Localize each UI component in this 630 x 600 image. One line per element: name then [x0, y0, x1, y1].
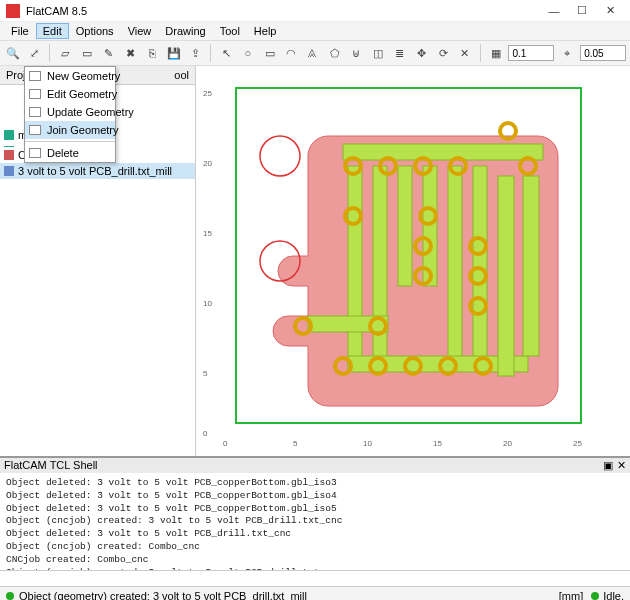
geometry-icon	[4, 130, 14, 140]
minimize-button[interactable]: —	[540, 2, 568, 20]
svg-rect-0	[348, 166, 362, 366]
pcb-plot: 0 5 10 15 20 25 25 20 15 10 5 0	[196, 66, 630, 456]
y-tick: 20	[203, 159, 212, 168]
menu-join-geometry[interactable]: Join Geometry	[25, 121, 115, 139]
svg-rect-6	[343, 144, 543, 160]
separator	[210, 44, 211, 62]
tcl-shell: FlatCAM TCL Shell ▣ ✕ Object deleted: 3 …	[0, 456, 630, 586]
y-tick: 5	[203, 369, 208, 378]
edit-menu-dropdown: New Geometry Edit Geometry Update Geomet…	[24, 66, 116, 163]
move-icon[interactable]: ✥	[413, 44, 431, 62]
svg-rect-2	[398, 166, 412, 286]
poly-icon[interactable]: ⬠	[326, 44, 344, 62]
x-tick: 5	[293, 439, 298, 448]
x-tick: 20	[503, 439, 512, 448]
mill-icon	[4, 166, 14, 176]
menu-view[interactable]: View	[121, 23, 159, 39]
open-icon[interactable]: ▭	[78, 44, 96, 62]
doc-icon	[29, 125, 41, 135]
menu-tool[interactable]: Tool	[213, 23, 247, 39]
idle-dot-icon	[591, 592, 599, 600]
window-buttons: — ☐ ✕	[540, 2, 624, 20]
select-icon[interactable]: ↖	[217, 44, 235, 62]
menu-new-geometry[interactable]: New Geometry	[25, 67, 115, 85]
layer-icon[interactable]: ≣	[391, 44, 409, 62]
rotate-icon[interactable]: ⟳	[434, 44, 452, 62]
window-title: FlatCAM 8.5	[26, 5, 540, 17]
status-units: [mm]	[559, 590, 583, 601]
edit-icon[interactable]: ✎	[100, 44, 118, 62]
grid-icon[interactable]: ▦	[487, 44, 505, 62]
workspace: Project ool New Geometry Edit Geometry U…	[0, 66, 630, 456]
x-tick: 15	[433, 439, 442, 448]
y-tick: 10	[203, 299, 212, 308]
shell-input[interactable]	[0, 570, 630, 586]
menu-edit[interactable]: Edit	[36, 23, 69, 39]
y-tick: 25	[203, 89, 212, 98]
label: Update Geometry	[47, 106, 134, 118]
menu-edit-geometry[interactable]: Edit Geometry	[25, 85, 115, 103]
union-icon[interactable]: ⊎	[348, 44, 366, 62]
title-bar: FlatCAM 8.5 — ☐ ✕	[0, 0, 630, 22]
delete-icon[interactable]: ✖	[122, 44, 140, 62]
snap-value-input[interactable]	[580, 45, 626, 61]
doc-icon	[29, 89, 41, 99]
export-icon[interactable]: ⇪	[187, 44, 205, 62]
y-tick: 15	[203, 229, 212, 238]
path-icon[interactable]: ⩓	[304, 44, 322, 62]
svg-rect-5	[473, 166, 487, 366]
x-tick: 10	[363, 439, 372, 448]
shell-close-icon[interactable]: ✕	[617, 459, 626, 472]
combo-icon	[4, 150, 14, 160]
doc-icon	[29, 107, 41, 117]
plot-canvas[interactable]: 0 5 10 15 20 25 25 20 15 10 5 0	[196, 66, 630, 456]
zoom-icon[interactable]: 🔍	[4, 44, 22, 62]
tool-tab-fragment: ool	[174, 69, 189, 81]
save-icon[interactable]: 💾	[165, 44, 183, 62]
svg-rect-10	[523, 176, 539, 356]
label: Edit Geometry	[47, 88, 117, 100]
app-icon	[6, 4, 20, 18]
menu-drawing[interactable]: Drawing	[158, 23, 212, 39]
drill-hole	[260, 136, 300, 176]
doc-icon	[29, 148, 41, 158]
label: Join Geometry	[47, 124, 119, 136]
status-state: Idle.	[603, 590, 624, 601]
menu-bar: File Edit Options View Drawing Tool Help	[0, 22, 630, 40]
clear-icon[interactable]: ✕	[456, 44, 474, 62]
shell-undock-icon[interactable]: ▣	[603, 459, 613, 472]
grid-value-input[interactable]	[508, 45, 554, 61]
x-tick: 25	[573, 439, 582, 448]
maximize-button[interactable]: ☐	[568, 2, 596, 20]
project-sidebar: Project ool New Geometry Edit Geometry U…	[0, 66, 196, 456]
svg-rect-1	[373, 166, 387, 366]
tree-item-drill-mill[interactable]: 3 volt to 5 volt PCB_drill.txt_mill	[0, 163, 195, 179]
separator	[480, 44, 481, 62]
y-tick: 0	[203, 429, 208, 438]
svg-rect-9	[498, 176, 514, 376]
rect-icon[interactable]: ▭	[261, 44, 279, 62]
menu-update-geometry[interactable]: Update Geometry	[25, 103, 115, 121]
cut-icon[interactable]: ◫	[369, 44, 387, 62]
x-tick: 0	[223, 439, 228, 448]
label: New Geometry	[47, 70, 120, 82]
label: 3 volt to 5 volt PCB_drill.txt_mill	[18, 165, 172, 177]
menu-options[interactable]: Options	[69, 23, 121, 39]
menu-file[interactable]: File	[4, 23, 36, 39]
menu-delete[interactable]: Delete	[25, 144, 115, 162]
copy-icon[interactable]: ⎘	[143, 44, 161, 62]
status-bar: Object (geometry) created: 3 volt to 5 v…	[0, 586, 630, 600]
new-icon[interactable]: ▱	[56, 44, 74, 62]
svg-rect-4	[448, 166, 462, 366]
zoom-fit-icon[interactable]: ⤢	[26, 44, 44, 62]
shell-header: FlatCAM TCL Shell ▣ ✕	[0, 458, 630, 473]
menu-help[interactable]: Help	[247, 23, 284, 39]
snap-icon[interactable]: ⌖	[558, 44, 576, 62]
doc-icon	[29, 71, 41, 81]
separator	[49, 44, 50, 62]
circle-icon[interactable]: ○	[239, 44, 257, 62]
arc-icon[interactable]: ◠	[282, 44, 300, 62]
menu-separator	[25, 141, 115, 142]
shell-output[interactable]: Object deleted: 3 volt to 5 volt PCB_cop…	[0, 473, 630, 570]
close-button[interactable]: ✕	[596, 2, 624, 20]
